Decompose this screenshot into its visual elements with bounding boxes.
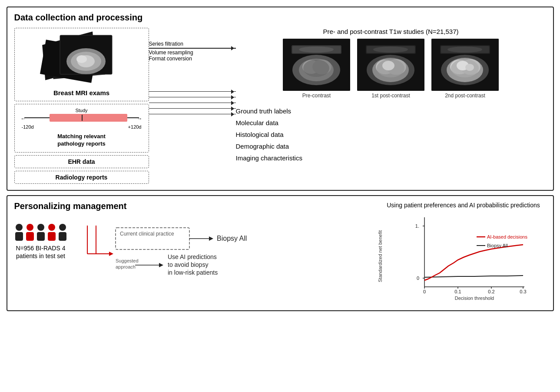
person-1 [14,223,24,241]
svg-text:approach: approach [116,264,136,269]
breast-mri-3d-image [38,31,125,87]
svg-marker-53 [109,252,113,256]
svg-point-43 [37,224,44,231]
svg-rect-48 [59,232,66,241]
top-section: Data collection and processing [7,7,554,191]
label-row-4: Imaging characteristics [236,154,546,162]
timeline-box: StudyDate ← → [14,104,149,153]
svg-text:0: 0 [423,289,425,294]
svg-point-45 [48,224,55,231]
left-column: Breast MRI exams StudyDate [14,28,149,184]
radiology-label: Radiology reports [56,174,108,181]
person-2 [25,223,35,241]
label-row-1: Molecular data [236,119,546,126]
svg-text:0: 0 [416,276,419,281]
svg-text:Current clinical practice: Current clinical practice [120,231,174,237]
precontrast-label: Pre-contrast [302,93,331,99]
svg-text:Decision threshold: Decision threshold [454,296,494,300]
person-3 [36,223,46,241]
radiology-box: Radiology reports [14,171,149,184]
middle-arrows: Series filtration Volume resamplingForma… [149,28,236,114]
svg-rect-46 [48,232,56,241]
chart-title: Using patient preferences and AI probabi… [381,201,546,210]
svg-text:in low-risk patients: in low-risk patients [168,269,218,276]
timeline-right-label: +120d [128,124,142,130]
flow-svg: Current clinical practice Biopsy All Sug… [74,223,300,297]
series-filtration-label: Series filtration [149,41,236,47]
svg-text:AI-based decisions: AI-based decisions [487,234,527,239]
right-column: Pre- and post-contrast T1w studies (N=21… [236,28,546,166]
output-labels-section: Ground truth labels Molecular data Histo… [236,107,546,166]
second-postcontrast-label: 2nd post-contrast [445,93,485,99]
svg-marker-62 [159,263,163,267]
svg-text:Use AI predictions: Use AI predictions [168,253,217,260]
ehr-box: EHR data [14,155,149,168]
svg-rect-42 [26,232,34,241]
y-axis-label: Standardized net benefit [378,230,383,282]
person-4 [47,223,56,241]
person-5 [58,223,67,241]
people-icons-row [14,223,67,241]
label-row-2: Histological data [236,131,546,138]
first-postcontrast-label: 1st post-contrast [371,93,410,99]
svg-point-47 [59,224,66,231]
svg-text:Biopsy All: Biopsy All [217,235,247,242]
svg-point-17 [299,47,334,53]
svg-text:0.2: 0.2 [488,289,494,294]
svg-point-27 [373,47,408,53]
svg-point-7 [76,55,87,63]
top-section-title: Data collection and processing [14,13,546,23]
svg-point-14 [303,60,329,77]
bottom-section-title: Personalizing management [14,201,372,211]
flow-middle: Current clinical practice Biopsy All Sug… [74,223,372,299]
second-postcontrast-image [431,39,499,91]
bottom-right: Using patient preferences and AI probabi… [381,201,546,305]
svg-marker-57 [209,236,213,241]
volume-resampling-label: Volume resamplingFormat conversion [149,50,236,62]
imaging-characteristics-label: Imaging characteristics [236,154,302,162]
breast-mri-box: Breast MRI exams [14,28,149,101]
svg-text:Biopsy All: Biopsy All [487,243,508,248]
mri-image-2nd-postcontrast: 2nd post-contrast [431,39,499,99]
svg-point-39 [16,224,23,231]
molecular-data-label: Molecular data [236,119,278,126]
svg-point-38 [447,47,482,53]
mri-images-row: Pre-contrast [236,39,546,99]
label-row-0: Ground truth labels [236,107,546,115]
first-postcontrast-image [357,39,424,91]
bottom-section: Personalizing management [7,195,554,312]
svg-text:1.: 1. [415,223,419,229]
bottom-diagram: N=956 BI-RADS 4 patients in test set [14,223,372,299]
ground-truth-label: Ground truth labels [236,107,292,115]
svg-point-41 [27,224,33,231]
svg-rect-40 [15,232,23,241]
svg-rect-44 [37,232,45,241]
mri-image-precontrast: Pre-contrast [283,39,350,99]
mri-title: Pre- and post-contrast T1w studies (N=21… [236,28,546,35]
matching-label: Matching relevantpathology reports [20,133,143,148]
precontrast-image [283,39,350,91]
n956-label: N=956 BI-RADS 4 patients in test set [15,244,67,260]
ehr-label: EHR data [68,158,95,165]
bottom-left: Personalizing management [14,201,372,305]
chart-area: Standardized net benefit 0 1. [394,213,533,304]
svg-text:to avoid biopsy: to avoid biopsy [168,261,208,268]
mri-image-1st-postcontrast: 1st post-contrast [357,39,424,99]
histological-data-label: Histological data [236,131,284,138]
label-row-3: Demographic data [236,143,546,150]
demographic-data-label: Demographic data [236,143,289,150]
chart-svg: 0 1. 0 0.1 0.2 0.3 [407,213,529,300]
breast-mri-label: Breast MRI exams [19,89,144,96]
svg-point-24 [382,61,394,70]
mri-images-section: Pre- and post-contrast T1w studies (N=21… [236,28,546,99]
svg-text:Suggested: Suggested [116,258,139,263]
svg-text:0.3: 0.3 [520,289,526,294]
svg-point-35 [465,64,474,71]
svg-text:0.1: 0.1 [454,289,461,294]
timeline-left-label: -120d [22,124,34,130]
people-column: N=956 BI-RADS 4 patients in test set [14,223,67,260]
